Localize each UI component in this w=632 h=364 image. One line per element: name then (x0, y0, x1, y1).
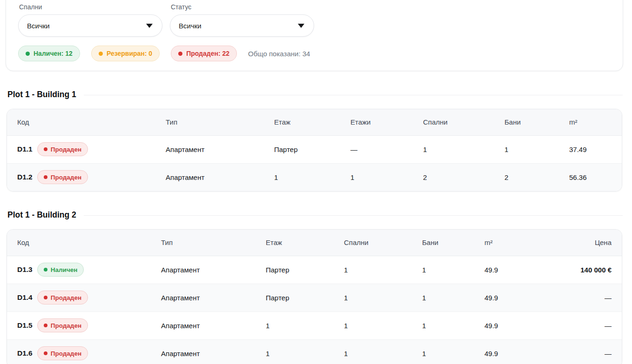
cell-price: — (550, 311, 622, 339)
chevron-down-icon (298, 24, 304, 28)
cell-floor: 1 (266, 339, 344, 364)
cell-baths: 1 (422, 256, 484, 284)
reserved-count-badge[interactable]: Резервиран: 0 (91, 46, 160, 61)
status-badge-label: Продаден (51, 322, 81, 329)
cell-price: — (550, 284, 622, 311)
status-summary-row: Наличен: 12 Резервиран: 0 Продаден: 22 О… (18, 46, 611, 61)
units-table-building-1: Код Тип Етаж Етажи Спални Бани m² D1.1 (7, 109, 622, 192)
available-count-badge[interactable]: Наличен: 12 (18, 46, 80, 61)
cell-area: 49.9 (484, 339, 550, 364)
status-filter-label: Статус (171, 3, 314, 11)
status-dot-icon (44, 296, 47, 299)
cell-area: 37.49 (569, 135, 622, 163)
cell-code: D1.4 Продаден (7, 284, 161, 311)
status-badge-label: Продаден (51, 350, 81, 357)
cell-area: 49.9 (484, 256, 550, 284)
status-badge-label: Продаден (51, 294, 81, 301)
col-header-floor: Етаж (266, 230, 344, 256)
cell-floor: 1 (266, 311, 344, 339)
bedrooms-filter: Спални Всички (18, 3, 162, 37)
status-badge: Продаден (37, 142, 88, 156)
table-row[interactable]: D1.2 Продаден Апартамент 1 1 2 2 56.36 (7, 163, 622, 191)
table-header-row: Код Тип Етаж Спални Бани m² Цена (7, 230, 622, 256)
status-badge: Продаден (37, 318, 88, 332)
col-header-bedrooms: Спални (344, 230, 422, 256)
status-badge-label: Продаден (51, 146, 81, 153)
col-header-floors: Етажи (350, 109, 423, 135)
col-header-price: Цена (550, 230, 622, 256)
cell-floor: Партер (266, 256, 344, 284)
status-badge: Продаден (37, 170, 88, 184)
section-title: Plot 1 - Building 2 (7, 210, 76, 220)
col-header-bedrooms: Спални (423, 109, 504, 135)
status-select[interactable]: Всички (170, 14, 314, 37)
status-dot-icon (44, 268, 47, 271)
cell-type: Апартамент (166, 135, 274, 163)
table-row[interactable]: D1.1 Продаден Апартамент Партер — 1 1 37… (7, 135, 622, 163)
available-count-label: Наличен: 12 (34, 50, 73, 57)
unit-code: D1.2 (17, 173, 33, 181)
cell-type: Апартамент (161, 256, 266, 284)
table-row[interactable]: D1.3 Наличен Апартамент Партер 1 1 49.9 … (7, 256, 622, 284)
status-select-value: Всички (179, 22, 202, 30)
col-header-code: Код (7, 230, 161, 256)
table-row[interactable]: D1.4 Продаден Апартамент Партер 1 1 49.9… (7, 284, 622, 311)
cell-bedrooms: 2 (423, 163, 504, 191)
unit-code: D1.6 (17, 349, 33, 357)
listings-page: Спални Всички Статус Всички Наличен: 12 (0, 0, 632, 364)
col-header-code: Код (7, 109, 166, 135)
bedrooms-filter-label: Спални (19, 3, 162, 11)
sold-count-badge[interactable]: Продаден: 22 (171, 46, 237, 61)
cell-type: Апартамент (166, 163, 274, 191)
cell-price: 140 000 € (550, 256, 622, 284)
status-badge: Наличен (37, 263, 84, 277)
section-header-building-1: Plot 1 - Building 1 (7, 90, 625, 99)
cell-baths: 1 (422, 284, 484, 311)
cell-code: D1.5 Продаден (7, 311, 161, 339)
bedrooms-select[interactable]: Всички (18, 14, 162, 37)
col-header-area: m² (484, 230, 550, 256)
unit-code: D1.5 (17, 321, 33, 330)
section-title: Plot 1 - Building 1 (7, 90, 76, 99)
total-shown-label: Общо показани: 34 (248, 50, 310, 58)
filters-card: Спални Всички Статус Всички Наличен: 12 (6, 0, 623, 71)
green-dot-icon (26, 52, 30, 56)
cell-type: Апартамент (161, 339, 266, 364)
chevron-down-icon (146, 24, 153, 28)
reserved-count-label: Резервиран: 0 (107, 50, 152, 57)
cell-bedrooms: 1 (344, 284, 422, 311)
cell-type: Апартамент (161, 284, 266, 311)
cell-baths: 1 (422, 311, 484, 339)
cell-code: D1.2 Продаден (7, 163, 166, 191)
cell-baths: 1 (504, 135, 569, 163)
filters-row: Спални Всички Статус Всички (18, 3, 611, 37)
section-divider (84, 95, 623, 95)
cell-area: 56.36 (569, 163, 622, 191)
status-dot-icon (44, 324, 47, 327)
col-header-floor: Етаж (274, 109, 350, 135)
cell-floor: Партер (266, 284, 344, 311)
col-header-type: Тип (166, 109, 274, 135)
status-filter: Статус Всички (170, 3, 314, 37)
status-dot-icon (44, 175, 47, 179)
cell-area: 49.9 (484, 284, 550, 311)
cell-code: D1.1 Продаден (7, 135, 166, 163)
cell-code: D1.6 Продаден (7, 339, 161, 364)
unit-code: D1.1 (17, 145, 33, 153)
units-table-building-2: Код Тип Етаж Спални Бани m² Цена D1.3 (7, 229, 622, 364)
status-badge-label: Продаден (51, 174, 81, 181)
col-header-area: m² (569, 109, 622, 135)
unit-code: D1.4 (17, 293, 33, 302)
cell-bedrooms: 1 (344, 339, 422, 364)
col-header-baths: Бани (422, 230, 484, 256)
cell-baths: 2 (504, 163, 569, 191)
cell-floors: — (350, 135, 423, 163)
status-badge: Продаден (37, 346, 88, 360)
table-row[interactable]: D1.5 Продаден Апартамент 1 1 1 49.9 — (7, 311, 622, 339)
cell-bedrooms: 1 (423, 135, 504, 163)
table-header-row: Код Тип Етаж Етажи Спални Бани m² (7, 109, 622, 135)
red-dot-icon (178, 52, 182, 56)
table-row[interactable]: D1.6 Продаден Апартамент 1 1 1 49.9 — (7, 339, 622, 364)
cell-type: Апартамент (161, 311, 266, 339)
section-header-building-2: Plot 1 - Building 2 (7, 210, 625, 220)
